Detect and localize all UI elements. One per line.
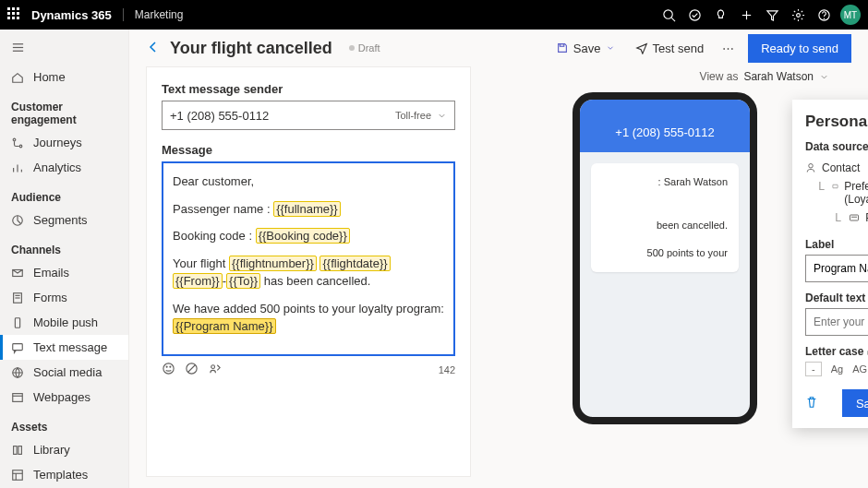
message-textarea[interactable]: Dear customer, Passenger name : {{fullna… <box>162 161 455 356</box>
phone-number: +1 (208) 555-0112 <box>580 100 750 152</box>
char-count: 142 <box>439 364 455 375</box>
personalization-panel: ✕ Personalization Data source Change Con… <box>792 100 868 428</box>
svg-rect-27 <box>18 446 22 454</box>
settings-icon[interactable] <box>785 0 811 30</box>
nav-forms[interactable]: Forms <box>0 285 128 310</box>
svg-point-32 <box>163 363 174 373</box>
svg-rect-40 <box>850 215 859 220</box>
view-as-select[interactable]: View as Sarah Watson <box>700 70 829 83</box>
panel-title: Personalization <box>805 113 868 131</box>
back-icon[interactable] <box>146 40 161 57</box>
personalize-icon[interactable] <box>208 362 222 378</box>
tree-loyalty[interactable]: LPreferred loyalty program (Loyalty prog… <box>805 177 868 208</box>
sender-value: +1 (208) 555-0112 <box>170 109 269 123</box>
sidebar: Home Customer engagement Journeys Analyt… <box>0 30 129 488</box>
svg-point-2 <box>689 9 699 19</box>
page-title: Your flight cancelled <box>170 39 332 58</box>
svg-point-34 <box>170 366 171 367</box>
message-label: Message <box>162 143 455 157</box>
case-none[interactable]: - <box>805 362 822 376</box>
svg-rect-26 <box>14 446 18 454</box>
svg-point-33 <box>166 366 167 367</box>
nav-library[interactable]: Library <box>0 437 128 462</box>
case-sentence[interactable]: Ag <box>831 363 843 375</box>
nav-collapse-icon[interactable] <box>0 37 128 65</box>
nav-section-audience: Audience <box>0 180 128 208</box>
sender-label: Text message sender <box>162 82 455 96</box>
save-button[interactable]: Save <box>550 38 621 59</box>
svg-rect-28 <box>13 470 23 480</box>
nav-social-media[interactable]: Social media <box>0 360 128 385</box>
app-area: Marketing <box>123 8 184 21</box>
nav-section-engagement: Customer engagement <box>0 89 128 130</box>
sms-bubble: : Sarah Watson been cancelled. 500 point… <box>591 163 739 272</box>
ready-to-send-button[interactable]: Ready to send <box>748 34 851 63</box>
svg-rect-31 <box>560 44 563 47</box>
svg-point-0 <box>663 9 671 18</box>
token-program-name[interactable]: {{Program Name}} <box>173 318 276 334</box>
nav-webpages[interactable]: Webpages <box>0 385 128 410</box>
svg-point-37 <box>211 364 215 368</box>
tree-contact[interactable]: Contact <box>805 159 868 177</box>
token-booking[interactable]: {{Booking code}} <box>256 228 350 244</box>
nav-emails[interactable]: Emails <box>0 260 128 285</box>
default-text-label: Default text <box>805 292 868 304</box>
svg-point-12 <box>19 145 22 148</box>
nav-mobile-push[interactable]: Mobile push <box>0 310 128 335</box>
svg-rect-22 <box>13 343 23 350</box>
sender-select[interactable]: +1 (208) 555-0112 Toll-free <box>162 101 455 130</box>
svg-rect-39 <box>833 184 838 188</box>
token-flightdate[interactable]: {{flightdate}} <box>319 256 390 271</box>
block-icon[interactable] <box>185 362 199 378</box>
svg-rect-21 <box>15 317 19 327</box>
case-upper[interactable]: AG <box>852 363 867 375</box>
search-icon[interactable] <box>656 0 681 30</box>
token-flightnumber[interactable]: {{flightnumber}} <box>229 256 317 271</box>
help-icon[interactable] <box>811 0 837 30</box>
editor-card: Text message sender +1 (208) 555-0112 To… <box>146 66 471 477</box>
nav-analytics[interactable]: Analytics <box>0 155 128 180</box>
brand: Dynamics 365 <box>31 8 112 22</box>
status-badge: Draft <box>349 42 380 54</box>
label-field-label: Label <box>805 238 868 251</box>
add-icon[interactable] <box>733 0 759 30</box>
nav-segments[interactable]: Segments <box>0 208 128 232</box>
nav-home[interactable]: Home <box>0 65 128 89</box>
lightbulb-icon[interactable] <box>707 0 733 30</box>
panel-save-button[interactable]: Save <box>842 389 868 417</box>
svg-point-7 <box>824 18 825 18</box>
task-icon[interactable] <box>681 0 707 30</box>
more-icon[interactable]: ⋯ <box>718 38 739 59</box>
default-text-input[interactable] <box>805 308 868 336</box>
filter-icon[interactable] <box>759 0 785 30</box>
app-launcher-icon[interactable] <box>7 7 22 22</box>
svg-point-5 <box>796 13 800 17</box>
token-to[interactable]: {{To}} <box>226 273 260 289</box>
svg-rect-24 <box>13 393 23 401</box>
nav-journeys[interactable]: Journeys <box>0 130 128 155</box>
svg-line-36 <box>188 364 196 372</box>
svg-point-11 <box>13 138 16 141</box>
nav-templates[interactable]: Templates <box>0 462 128 487</box>
svg-point-38 <box>809 164 814 169</box>
svg-line-1 <box>671 18 675 21</box>
nav-section-assets: Assets <box>0 410 128 437</box>
token-from[interactable]: {{From}} <box>173 273 223 289</box>
datasource-label: Data source <box>805 140 868 153</box>
token-fullname[interactable]: {{fullname}} <box>273 201 341 217</box>
tree-program[interactable]: LProgram Name <box>805 208 868 227</box>
test-send-button[interactable]: Test send <box>630 38 710 59</box>
emoji-icon[interactable] <box>162 362 175 378</box>
nav-section-channels: Channels <box>0 232 128 260</box>
delete-icon[interactable] <box>805 396 818 411</box>
phone-preview: +1 (208) 555-0112 : Sarah Watson been ca… <box>573 92 757 424</box>
letter-case-label: Letter casei <box>805 345 868 358</box>
nav-text-message[interactable]: Text message <box>0 335 128 360</box>
user-avatar[interactable]: MT <box>840 5 861 25</box>
label-input[interactable] <box>805 255 868 282</box>
